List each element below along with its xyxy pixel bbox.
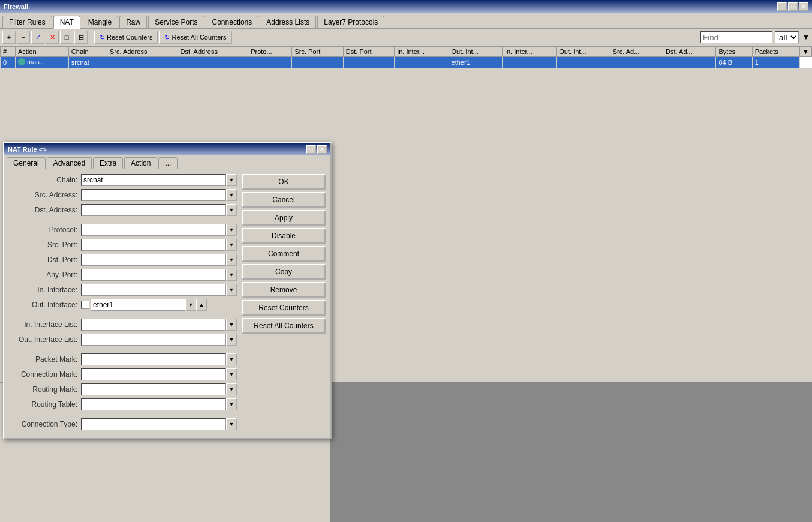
disable-button[interactable]: Disable [242, 228, 326, 244]
dst-port-label: Dst. Port: [9, 256, 81, 264]
protocol-dropdown-btn[interactable]: ▼ [226, 224, 237, 236]
col-src-port: Src. Port [292, 47, 343, 57]
connection-mark-dropdown-btn[interactable]: ▼ [226, 368, 237, 380]
src-address-row: Src. Address: ▼ [9, 189, 237, 201]
src-port-dropdown-btn[interactable]: ▼ [226, 239, 237, 251]
tab-more[interactable]: ... [158, 157, 178, 169]
remove-button-dialog[interactable]: Remove [242, 282, 326, 298]
tab-connections[interactable]: Connections [206, 16, 259, 28]
out-interface-up-btn[interactable]: ▲ [196, 299, 207, 311]
col-num: # [1, 47, 16, 57]
reset-counters-button[interactable]: ↻ Reset Counters [94, 31, 158, 44]
chain-dropdown-btn[interactable]: ▼ [226, 174, 237, 186]
tab-filter-rules[interactable]: Filter Rules [2, 16, 52, 28]
tab-mangle[interactable]: Mangle [82, 16, 118, 28]
reset-counters-dialog-button[interactable]: Reset Counters [242, 300, 326, 316]
ok-button[interactable]: OK [242, 174, 326, 190]
find-select[interactable]: all [775, 31, 799, 43]
in-interface-input[interactable] [81, 284, 226, 296]
any-port-input[interactable] [81, 269, 226, 281]
filter-button[interactable]: ⊟ [74, 31, 88, 44]
dialog-close-btn[interactable]: ✕ [317, 145, 327, 154]
tab-raw[interactable]: Raw [119, 16, 147, 28]
cell-packets: 1 [752, 57, 799, 68]
find-box: all ▼ [700, 31, 810, 43]
out-interface-list-dropdown-btn[interactable]: ▼ [226, 334, 237, 346]
filter-icon: ⊟ [79, 34, 84, 41]
src-address-input[interactable] [81, 189, 226, 201]
connection-mark-input[interactable] [81, 368, 226, 380]
remove-button[interactable]: − [17, 31, 30, 44]
cross-button[interactable]: ✕ [46, 31, 59, 44]
cell-src-addr [107, 57, 178, 68]
in-interface-list-input[interactable] [81, 319, 226, 331]
reset-all-counters-button[interactable]: ↻ Reset All Counters [159, 31, 231, 44]
close-button[interactable]: ✕ [799, 2, 808, 11]
tab-advanced[interactable]: Advanced [47, 157, 92, 169]
routing-mark-dropdown-btn[interactable]: ▼ [226, 383, 237, 395]
routing-mark-container: ▼ [81, 383, 237, 395]
dst-address-input[interactable] [81, 204, 226, 216]
in-interface-list-label: In. Interface List: [9, 320, 81, 329]
out-interface-checkbox[interactable] [81, 301, 89, 309]
comment-button[interactable]: Comment [242, 246, 326, 262]
table-row[interactable]: 0 mas... srcnat ether1 [1, 57, 812, 68]
protocol-label: Protocol: [9, 226, 81, 234]
tab-nat[interactable]: NAT [53, 16, 80, 29]
routing-table-dropdown-btn[interactable]: ▼ [226, 398, 237, 410]
minimize-button[interactable]: — [777, 2, 787, 11]
packet-mark-dropdown-btn[interactable]: ▼ [226, 353, 237, 365]
dialog-minimize-btn[interactable]: □ [306, 145, 316, 154]
in-interface-dropdown-btn[interactable]: ▼ [226, 284, 237, 296]
packet-mark-label: Packet Mark: [9, 355, 81, 364]
dialog-title-controls: □ ✕ [306, 145, 327, 154]
connection-type-input[interactable] [81, 418, 226, 430]
main-tab-bar: Filter Rules NAT Mangle Raw Service Port… [0, 13, 812, 29]
out-interface-dropdown-btn[interactable]: ▼ [185, 299, 196, 311]
out-interface-input[interactable] [91, 299, 185, 311]
col-out-int: Out. Int... [449, 47, 502, 57]
tab-layer7-protocols[interactable]: Layer7 Protocols [317, 16, 384, 28]
maximize-button[interactable]: □ [788, 2, 798, 11]
dst-address-dropdown-btn[interactable]: ▼ [226, 204, 237, 216]
protocol-input[interactable] [81, 224, 226, 236]
apply-button[interactable]: Apply [242, 210, 326, 226]
cell-src-port [292, 57, 343, 68]
title-bar-controls: — □ ✕ [777, 2, 808, 11]
routing-mark-input[interactable] [81, 383, 226, 395]
dst-port-input[interactable] [81, 254, 226, 266]
connection-type-dropdown-btn[interactable]: ▼ [226, 418, 237, 430]
cancel-button[interactable]: Cancel [242, 192, 326, 208]
in-interface-list-dropdown-btn[interactable]: ▼ [226, 319, 237, 331]
chain-input[interactable] [81, 174, 226, 186]
find-input[interactable] [700, 31, 772, 43]
any-port-label: Any. Port: [9, 271, 81, 279]
any-port-dropdown-btn[interactable]: ▼ [226, 269, 237, 281]
toolbar-separator [91, 31, 91, 43]
tab-action[interactable]: Action [124, 157, 157, 169]
src-port-input[interactable] [81, 239, 226, 251]
routing-table-input[interactable] [81, 398, 226, 410]
add-button[interactable]: + [2, 31, 16, 44]
packet-mark-input[interactable] [81, 353, 226, 365]
dst-port-dropdown-btn[interactable]: ▼ [226, 254, 237, 266]
tab-service-ports[interactable]: Service Ports [148, 16, 204, 28]
col-dst-address: Dst. Address [178, 47, 248, 57]
routing-table-label: Routing Table: [9, 400, 81, 409]
col-in-inter: In. Inter... [395, 47, 449, 57]
tab-general[interactable]: General [7, 157, 46, 169]
dst-port-row: Dst. Port: ▼ [9, 254, 237, 266]
copy-button[interactable]: □ [60, 31, 73, 44]
copy-button-dialog[interactable]: Copy [242, 264, 326, 280]
chain-input-container: ▼ [81, 174, 237, 186]
col-src-address: Src. Address [107, 47, 178, 57]
check-button[interactable]: ✓ [31, 31, 44, 44]
src-address-dropdown-btn[interactable]: ▼ [226, 189, 237, 201]
table-header-row: # Action Chain Src. Address Dst. Address… [1, 47, 812, 57]
reset-all-counters-dialog-button[interactable]: Reset All Counters [242, 318, 326, 334]
out-interface-list-input[interactable] [81, 334, 226, 346]
col-action: Action [15, 47, 68, 57]
tab-address-lists[interactable]: Address Lists [260, 16, 316, 28]
tab-extra[interactable]: Extra [93, 157, 123, 169]
col-more[interactable]: ▼ [800, 47, 812, 57]
